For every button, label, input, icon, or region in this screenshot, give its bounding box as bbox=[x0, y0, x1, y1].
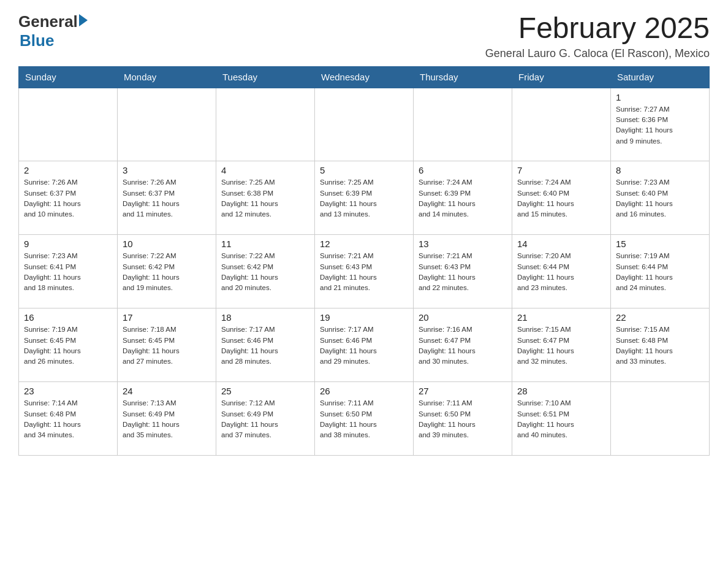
day-info: Sunrise: 7:12 AMSunset: 6:49 PMDaylight:… bbox=[221, 398, 309, 440]
day-number: 22 bbox=[616, 312, 704, 323]
day-number: 13 bbox=[419, 239, 507, 249]
day-number: 20 bbox=[419, 312, 507, 323]
calendar-cell: 18Sunrise: 7:17 AMSunset: 6:46 PMDayligh… bbox=[216, 308, 315, 382]
calendar-cell: 3Sunrise: 7:26 AMSunset: 6:37 PMDaylight… bbox=[118, 161, 216, 235]
day-info: Sunrise: 7:15 AMSunset: 6:48 PMDaylight:… bbox=[616, 324, 704, 367]
day-number: 8 bbox=[616, 165, 704, 175]
calendar-cell bbox=[414, 88, 512, 161]
day-number: 27 bbox=[419, 386, 507, 396]
day-info: Sunrise: 7:11 AMSunset: 6:50 PMDaylight:… bbox=[320, 398, 408, 440]
day-number: 1 bbox=[616, 92, 704, 102]
day-number: 16 bbox=[24, 312, 112, 323]
day-info: Sunrise: 7:13 AMSunset: 6:49 PMDaylight:… bbox=[123, 398, 211, 440]
weekday-header-monday: Monday bbox=[118, 66, 216, 88]
day-number: 25 bbox=[221, 386, 309, 396]
calendar-cell: 11Sunrise: 7:22 AMSunset: 6:42 PMDayligh… bbox=[216, 235, 315, 308]
day-number: 21 bbox=[517, 312, 605, 323]
day-number: 19 bbox=[320, 312, 408, 323]
day-number: 26 bbox=[320, 386, 408, 396]
day-info: Sunrise: 7:20 AMSunset: 6:44 PMDaylight:… bbox=[517, 251, 605, 293]
day-info: Sunrise: 7:25 AMSunset: 6:39 PMDaylight:… bbox=[320, 177, 408, 220]
calendar-table: SundayMondayTuesdayWednesdayThursdayFrid… bbox=[18, 66, 710, 456]
calendar-cell: 14Sunrise: 7:20 AMSunset: 6:44 PMDayligh… bbox=[512, 235, 611, 308]
day-number: 7 bbox=[517, 165, 605, 175]
calendar-header-row: SundayMondayTuesdayWednesdayThursdayFrid… bbox=[19, 66, 710, 88]
day-info: Sunrise: 7:24 AMSunset: 6:39 PMDaylight:… bbox=[419, 177, 507, 220]
day-number: 10 bbox=[123, 239, 211, 249]
day-number: 15 bbox=[616, 239, 704, 249]
day-info: Sunrise: 7:23 AMSunset: 6:41 PMDaylight:… bbox=[24, 251, 112, 293]
day-number: 3 bbox=[123, 165, 211, 175]
weekday-header-sunday: Sunday bbox=[19, 66, 118, 88]
day-number: 17 bbox=[123, 312, 211, 323]
calendar-cell: 15Sunrise: 7:19 AMSunset: 6:44 PMDayligh… bbox=[611, 235, 710, 308]
weekday-header-wednesday: Wednesday bbox=[315, 66, 414, 88]
calendar-cell: 4Sunrise: 7:25 AMSunset: 6:38 PMDaylight… bbox=[216, 161, 315, 235]
calendar-cell: 17Sunrise: 7:18 AMSunset: 6:45 PMDayligh… bbox=[118, 308, 216, 382]
day-info: Sunrise: 7:17 AMSunset: 6:46 PMDaylight:… bbox=[320, 324, 408, 367]
day-info: Sunrise: 7:18 AMSunset: 6:45 PMDaylight:… bbox=[123, 324, 211, 367]
day-info: Sunrise: 7:10 AMSunset: 6:51 PMDaylight:… bbox=[517, 398, 605, 440]
day-number: 4 bbox=[221, 165, 309, 175]
day-info: Sunrise: 7:22 AMSunset: 6:42 PMDaylight:… bbox=[123, 251, 211, 293]
day-number: 24 bbox=[123, 386, 211, 396]
location-title: General Lauro G. Caloca (El Rascon), Mex… bbox=[485, 47, 710, 60]
calendar-cell: 13Sunrise: 7:21 AMSunset: 6:43 PMDayligh… bbox=[414, 235, 512, 308]
calendar-cell: 5Sunrise: 7:25 AMSunset: 6:39 PMDaylight… bbox=[315, 161, 414, 235]
calendar-cell: 19Sunrise: 7:17 AMSunset: 6:46 PMDayligh… bbox=[315, 308, 414, 382]
calendar-cell: 12Sunrise: 7:21 AMSunset: 6:43 PMDayligh… bbox=[315, 235, 414, 308]
calendar-cell: 7Sunrise: 7:24 AMSunset: 6:40 PMDaylight… bbox=[512, 161, 611, 235]
day-number: 23 bbox=[24, 386, 112, 396]
logo: General Blue bbox=[18, 12, 88, 50]
weekday-header-saturday: Saturday bbox=[611, 66, 710, 88]
calendar-cell: 16Sunrise: 7:19 AMSunset: 6:45 PMDayligh… bbox=[19, 308, 118, 382]
day-info: Sunrise: 7:17 AMSunset: 6:46 PMDaylight:… bbox=[221, 324, 309, 367]
day-info: Sunrise: 7:27 AMSunset: 6:36 PMDaylight:… bbox=[616, 104, 704, 147]
calendar-week-4: 16Sunrise: 7:19 AMSunset: 6:45 PMDayligh… bbox=[19, 308, 710, 382]
calendar-cell: 24Sunrise: 7:13 AMSunset: 6:49 PMDayligh… bbox=[118, 382, 216, 456]
page-header: General Blue February 2025 General Lauro… bbox=[18, 12, 710, 60]
day-info: Sunrise: 7:11 AMSunset: 6:50 PMDaylight:… bbox=[419, 398, 507, 440]
logo-general-text: General bbox=[18, 12, 78, 31]
calendar-cell: 20Sunrise: 7:16 AMSunset: 6:47 PMDayligh… bbox=[414, 308, 512, 382]
day-info: Sunrise: 7:16 AMSunset: 6:47 PMDaylight:… bbox=[419, 324, 507, 367]
day-info: Sunrise: 7:26 AMSunset: 6:37 PMDaylight:… bbox=[24, 177, 112, 220]
calendar-cell: 9Sunrise: 7:23 AMSunset: 6:41 PMDaylight… bbox=[19, 235, 118, 308]
day-number: 11 bbox=[221, 239, 309, 249]
day-number: 14 bbox=[517, 239, 605, 249]
calendar-cell bbox=[118, 88, 216, 161]
calendar-cell: 28Sunrise: 7:10 AMSunset: 6:51 PMDayligh… bbox=[512, 382, 611, 456]
calendar-cell: 27Sunrise: 7:11 AMSunset: 6:50 PMDayligh… bbox=[414, 382, 512, 456]
title-block: February 2025 General Lauro G. Caloca (E… bbox=[485, 12, 710, 60]
weekday-header-friday: Friday bbox=[512, 66, 611, 88]
calendar-cell: 23Sunrise: 7:14 AMSunset: 6:48 PMDayligh… bbox=[19, 382, 118, 456]
logo-blue-text: Blue bbox=[20, 31, 54, 50]
calendar-cell bbox=[19, 88, 118, 161]
calendar-cell bbox=[315, 88, 414, 161]
calendar-cell: 21Sunrise: 7:15 AMSunset: 6:47 PMDayligh… bbox=[512, 308, 611, 382]
calendar-cell: 1Sunrise: 7:27 AMSunset: 6:36 PMDaylight… bbox=[611, 88, 710, 161]
day-info: Sunrise: 7:23 AMSunset: 6:40 PMDaylight:… bbox=[616, 177, 704, 220]
calendar-cell bbox=[611, 382, 710, 456]
day-info: Sunrise: 7:24 AMSunset: 6:40 PMDaylight:… bbox=[517, 177, 605, 220]
day-info: Sunrise: 7:22 AMSunset: 6:42 PMDaylight:… bbox=[221, 251, 309, 293]
calendar-cell: 2Sunrise: 7:26 AMSunset: 6:37 PMDaylight… bbox=[19, 161, 118, 235]
day-info: Sunrise: 7:19 AMSunset: 6:45 PMDaylight:… bbox=[24, 324, 112, 367]
day-info: Sunrise: 7:15 AMSunset: 6:47 PMDaylight:… bbox=[517, 324, 605, 367]
day-number: 9 bbox=[24, 239, 112, 249]
day-info: Sunrise: 7:19 AMSunset: 6:44 PMDaylight:… bbox=[616, 251, 704, 293]
calendar-cell bbox=[512, 88, 611, 161]
calendar-week-3: 9Sunrise: 7:23 AMSunset: 6:41 PMDaylight… bbox=[19, 235, 710, 308]
calendar-cell: 10Sunrise: 7:22 AMSunset: 6:42 PMDayligh… bbox=[118, 235, 216, 308]
day-info: Sunrise: 7:26 AMSunset: 6:37 PMDaylight:… bbox=[123, 177, 211, 220]
day-number: 28 bbox=[517, 386, 605, 396]
day-number: 2 bbox=[24, 165, 112, 175]
day-number: 12 bbox=[320, 239, 408, 249]
calendar-cell: 22Sunrise: 7:15 AMSunset: 6:48 PMDayligh… bbox=[611, 308, 710, 382]
day-info: Sunrise: 7:25 AMSunset: 6:38 PMDaylight:… bbox=[221, 177, 309, 220]
calendar-cell: 26Sunrise: 7:11 AMSunset: 6:50 PMDayligh… bbox=[315, 382, 414, 456]
day-number: 5 bbox=[320, 165, 408, 175]
calendar-cell: 6Sunrise: 7:24 AMSunset: 6:39 PMDaylight… bbox=[414, 161, 512, 235]
calendar-week-1: 1Sunrise: 7:27 AMSunset: 6:36 PMDaylight… bbox=[19, 88, 710, 161]
weekday-header-thursday: Thursday bbox=[414, 66, 512, 88]
